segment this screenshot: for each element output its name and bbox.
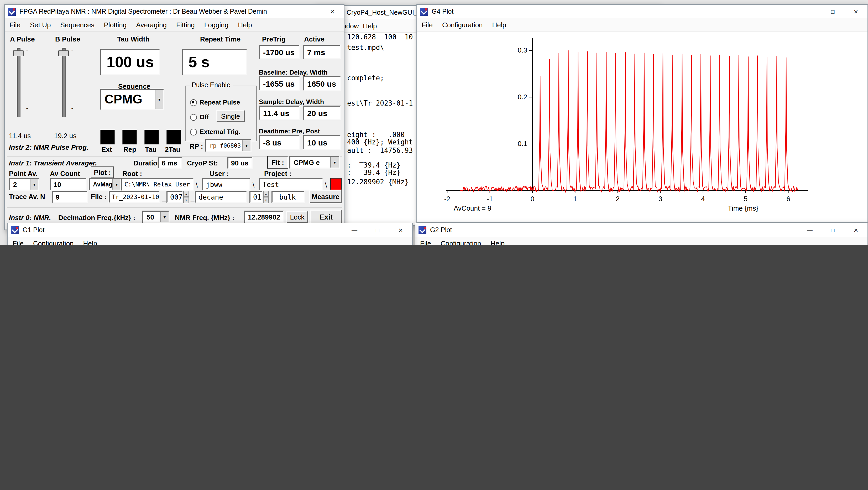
rep-indicator-button[interactable] — [122, 130, 137, 145]
fit-select[interactable]: CPMG e ▼ — [289, 156, 340, 169]
chevron-down-icon[interactable]: ▼ — [155, 90, 163, 109]
chevron-down-icon[interactable]: ▼ — [242, 140, 250, 151]
minimize-icon[interactable]: — — [798, 5, 821, 19]
root-path-field[interactable]: C:\NMR\_Relax_User — [121, 178, 194, 191]
chevron-down-icon[interactable]: ▼ — [330, 157, 339, 167]
chevron-down-icon[interactable]: ▼ — [160, 212, 168, 222]
sample-number-stepper[interactable]: ▲ ▼ — [263, 191, 269, 203]
plot-mode-select[interactable]: AvMag ▼ — [89, 178, 121, 191]
menu-file[interactable]: File — [417, 21, 437, 29]
menu-logging[interactable]: Logging — [199, 21, 234, 29]
plot-button[interactable]: Plot : — [91, 166, 114, 178]
maximize-icon[interactable]: □ — [366, 223, 389, 237]
ext-indicator-button[interactable] — [100, 130, 115, 145]
close-icon[interactable]: × — [389, 223, 412, 237]
repeat-time-field[interactable]: 5 s — [182, 49, 247, 75]
slider-track[interactable] — [62, 48, 66, 117]
baseline-width-field[interactable]: 1650 us — [303, 76, 341, 91]
g4-titlebar[interactable]: G4 Plot — □ × — [417, 5, 867, 19]
menu-configuration[interactable]: Configuration — [437, 21, 488, 29]
file-number-stepper[interactable]: ▲ ▼ — [183, 191, 189, 203]
point-av-select[interactable]: 2 ▼ — [9, 178, 39, 191]
sample-delay-field[interactable]: 11.4 us — [259, 105, 300, 120]
slider-tick: - — [26, 46, 28, 54]
tau-width-field[interactable]: 100 us — [100, 49, 160, 75]
spin-up-icon[interactable]: ▲ — [183, 191, 189, 197]
file-name-field[interactable]: Tr_2023-01-10 — [109, 191, 160, 203]
baseline-delay-field[interactable]: -1655 us — [259, 76, 300, 91]
2tau-indicator-button[interactable] — [166, 130, 181, 145]
g1-menubar: File Configuration Help — [8, 237, 412, 245]
minimize-icon[interactable]: — — [798, 223, 821, 237]
sample-width-field[interactable]: 20 us — [303, 105, 341, 120]
active-field[interactable]: 7 ms — [303, 44, 341, 59]
menu-help[interactable]: Help — [363, 20, 377, 32]
close-icon[interactable]: × — [321, 5, 344, 19]
chevron-down-icon[interactable]: ▼ — [30, 179, 38, 190]
radio-dot-icon — [190, 99, 197, 106]
sequence-select[interactable]: CPMG ▼ — [100, 89, 164, 110]
rp-select[interactable]: rp-f06803 ▼ — [205, 139, 251, 152]
g1-titlebar[interactable]: G1 Plot — □ × — [8, 223, 412, 237]
spin-up-icon[interactable]: ▲ — [263, 191, 269, 197]
radio-repeat-pulse[interactable]: Repeat Pulse — [190, 99, 240, 106]
project-field[interactable]: Test — [259, 178, 323, 191]
deadtime-post-field[interactable]: 10 us — [303, 135, 341, 150]
menu-averaging[interactable]: Averaging — [131, 21, 172, 29]
menu-plotting[interactable]: Plotting — [99, 21, 131, 29]
menu-configuration[interactable]: Configuration — [436, 239, 486, 245]
suffix-field[interactable]: _bulk — [272, 191, 305, 203]
window-title: CryoP4_Host_NewGUI_... — [347, 9, 423, 16]
fit-value: CPMG e — [290, 158, 330, 166]
rp-value: rp-f06803 — [206, 142, 242, 149]
menu-help[interactable]: Help — [79, 239, 102, 245]
spin-down-icon[interactable]: ▼ — [263, 197, 269, 203]
maximize-icon[interactable]: □ — [821, 5, 844, 19]
a-pulse-slider[interactable]: - - — [12, 46, 26, 119]
pretrig-field[interactable]: -1700 us — [259, 44, 300, 59]
deadtime-pre-field[interactable]: -8 us — [259, 135, 300, 150]
menu-file[interactable]: File — [8, 239, 28, 245]
fit-button[interactable]: Fit : — [267, 156, 288, 169]
menu-help[interactable]: Help — [488, 21, 511, 29]
slider-thumb[interactable] — [13, 51, 24, 56]
slider-track[interactable] — [17, 48, 21, 117]
minimize-icon[interactable]: — — [343, 223, 366, 237]
divider — [7, 208, 342, 208]
sample-name-field[interactable]: decane — [195, 191, 247, 203]
slider-thumb[interactable] — [58, 51, 69, 56]
radio-off[interactable]: Off — [190, 114, 209, 121]
cryop-st-field[interactable]: 90 us — [227, 157, 253, 169]
single-button[interactable]: Single — [216, 110, 245, 122]
tau-indicator-button[interactable] — [145, 130, 159, 145]
lock-button[interactable]: Lock — [286, 211, 308, 223]
file-number-field[interactable]: 007 — [166, 191, 183, 203]
decimation-select[interactable]: 50 ▼ — [142, 211, 169, 223]
chevron-down-icon[interactable]: ▼ — [113, 179, 120, 190]
close-icon[interactable]: × — [844, 223, 867, 237]
measure-button[interactable]: Measure — [309, 190, 342, 203]
exit-button[interactable]: Exit — [310, 210, 342, 224]
user-field[interactable]: jbww — [202, 178, 250, 191]
menu-setup[interactable]: Set Up — [25, 21, 56, 29]
close-icon[interactable]: × — [844, 5, 867, 19]
nmr-freq-field[interactable]: 12.289902 — [244, 211, 284, 223]
radio-external-trig[interactable]: External Trig. — [190, 128, 241, 135]
g2-titlebar[interactable]: G2 Plot — □ × — [415, 223, 867, 237]
menu-help[interactable]: Help — [233, 21, 257, 29]
maximize-icon[interactable]: □ — [821, 223, 844, 237]
menu-sequences[interactable]: Sequences — [55, 21, 99, 29]
menu-fitting[interactable]: Fitting — [172, 21, 199, 29]
decimation-value: 50 — [143, 213, 160, 221]
menu-help[interactable]: Help — [486, 239, 509, 245]
menu-file[interactable]: File — [415, 239, 436, 245]
av-count-field[interactable]: 10 — [50, 178, 87, 191]
menu-configuration[interactable]: Configuration — [28, 239, 79, 245]
b-pulse-slider[interactable]: - - — [57, 46, 71, 119]
spin-down-icon[interactable]: ▼ — [183, 197, 189, 203]
trace-av-field[interactable]: 9 — [52, 191, 88, 203]
duration-field[interactable]: 6 ms — [158, 157, 182, 169]
nmr-titlebar[interactable]: FPGA RedPitaya NMR : NMR Digital Spectro… — [5, 5, 344, 19]
sample-number-field[interactable]: 01 — [249, 191, 263, 203]
menu-file[interactable]: File — [5, 21, 25, 29]
